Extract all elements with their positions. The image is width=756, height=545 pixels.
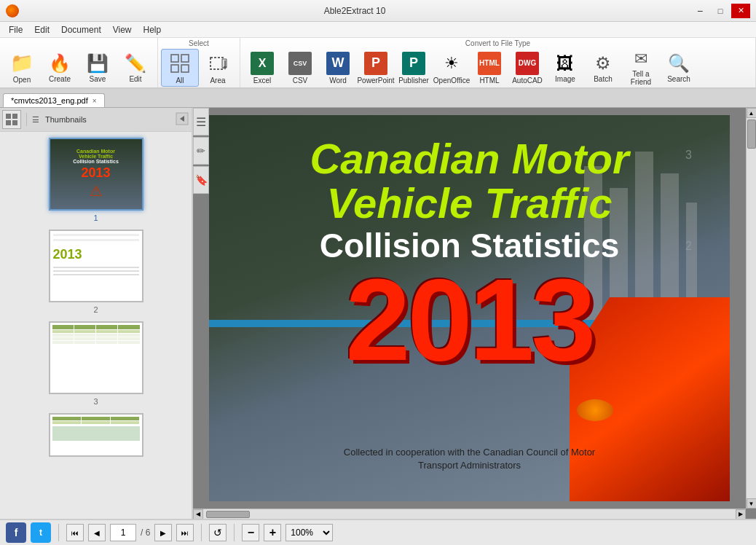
menu-view[interactable]: View <box>107 23 138 36</box>
nav-prev-button[interactable]: ◀ <box>88 524 106 541</box>
autocad-icon: DWG <box>516 52 539 75</box>
menu-help[interactable]: Help <box>138 23 168 36</box>
cover-year: 2013 <box>346 253 594 387</box>
side-tool-3[interactable]: 🔖 <box>193 166 209 194</box>
side-tool-2[interactable]: ✏ <box>193 137 209 165</box>
word-button[interactable]: W Word <box>319 49 357 87</box>
svg-rect-1 <box>181 55 189 62</box>
search-button[interactable]: 🔍 Search <box>660 49 698 87</box>
edit-button[interactable]: ✏️ Edit <box>117 49 154 87</box>
nav-last-button[interactable]: ⏭ <box>176 524 194 541</box>
nav-next-button[interactable]: ▶ <box>154 524 172 541</box>
folder-icon: 📁 <box>10 52 34 74</box>
thumbnail-page-3[interactable]: 3 <box>6 321 186 406</box>
left-panel: ☰ Thumbnails Canadian MotorVehicle Traff… <box>0 108 193 519</box>
tabbar: *cmvtcs2013_eng.pdf × <box>0 89 756 108</box>
hscroll-left-button[interactable]: ◀ <box>193 509 203 519</box>
save-button[interactable]: 💾 Save <box>79 49 117 87</box>
select-label: Select <box>189 39 209 47</box>
cover-subtitle: Collected in cooperation with the Canadi… <box>331 446 608 472</box>
thumbnail-page-2[interactable]: 2013 2 <box>6 230 186 314</box>
nav-first-button[interactable]: ⏮ <box>66 524 84 541</box>
menu-file[interactable]: File <box>3 23 28 36</box>
page-current-input[interactable] <box>110 524 136 541</box>
document-tab[interactable]: *cmvtcs2013_eng.pdf × <box>3 93 105 107</box>
side-tool-1[interactable]: ☰ <box>193 108 209 136</box>
edit-icon: ✏️ <box>125 53 146 74</box>
html-button[interactable]: HTML HTML <box>470 49 508 87</box>
openoffice-button[interactable]: ☀ OpenOffice <box>433 49 470 87</box>
facebook-button[interactable]: f <box>6 522 26 543</box>
excel-icon: X <box>251 52 274 75</box>
close-button[interactable]: ✕ <box>731 4 750 18</box>
cover-title-line1: Canadian Motor <box>245 137 693 181</box>
convert-section: Convert to File Type X Excel CSV CSV W W… <box>240 38 756 87</box>
image-button[interactable]: 🖼 Image <box>546 49 584 87</box>
svg-rect-8 <box>6 114 11 119</box>
powerpoint-button[interactable]: P PowerPoint <box>357 49 395 87</box>
publisher-icon: P <box>402 52 425 75</box>
autocad-button[interactable]: DWG AutoCAD <box>508 49 546 87</box>
titlebar: Able2Extract 10 − □ ✕ <box>0 0 756 22</box>
menu-document[interactable]: Document <box>55 23 107 36</box>
image-icon: 🖼 <box>556 53 574 74</box>
pdf-viewer[interactable]: ▲ ▼ 3 2 <box>193 108 756 519</box>
main-area: ☰ Thumbnails Canadian MotorVehicle Traff… <box>0 108 756 519</box>
thumbnail-list: Canadian MotorVehicle TrafficCollision S… <box>0 132 192 519</box>
thumbnail-page-1[interactable]: Canadian MotorVehicle TrafficCollision S… <box>6 138 186 222</box>
hscroll-thumb[interactable] <box>206 511 250 518</box>
thumbnail-page-4[interactable] <box>6 413 186 457</box>
tab-close-button[interactable]: × <box>92 97 97 105</box>
zoom-select[interactable]: 50% 75% 100% 125% 150% 200% <box>286 524 333 541</box>
hscroll-right-button[interactable]: ▶ <box>736 509 746 519</box>
open-button[interactable]: 📁 Open <box>3 49 41 87</box>
app-icon <box>6 4 19 17</box>
select-section: Select All <box>158 38 240 87</box>
thumb-box-1: Canadian MotorVehicle TrafficCollision S… <box>49 138 143 211</box>
create-icon: 🔥 <box>49 53 71 74</box>
grid-view-icon[interactable] <box>2 110 21 129</box>
menubar: File Edit Document View Help <box>0 22 756 38</box>
svg-rect-0 <box>171 55 178 62</box>
tab-filename: *cmvtcs2013_eng.pdf <box>11 96 88 105</box>
scroll-up-button[interactable]: ▲ <box>747 108 757 118</box>
file-tools-section: 📁 Open 🔥 Create 💾 Save ✏️ Edit <box>0 38 158 87</box>
rotate-button[interactable]: ↺ <box>209 524 227 541</box>
excel-button[interactable]: X Excel <box>243 49 281 87</box>
scroll-thumb[interactable] <box>747 119 756 149</box>
select-all-button[interactable]: All <box>161 49 199 87</box>
openoffice-icon: ☀ <box>440 52 463 75</box>
tell-friend-button[interactable]: ✉ Tell a Friend <box>622 49 660 87</box>
window-title: Able2Extract 10 <box>19 6 690 16</box>
save-icon: 💾 <box>87 53 109 74</box>
batch-button[interactable]: ⚙ Batch <box>584 49 622 87</box>
word-icon: W <box>326 52 350 75</box>
svg-rect-4 <box>210 58 224 69</box>
area-icon <box>206 52 229 75</box>
svg-rect-9 <box>12 114 17 119</box>
scroll-down-button[interactable]: ▼ <box>747 498 757 509</box>
thumb-num-2: 2 <box>93 305 98 314</box>
twitter-button[interactable]: t <box>31 522 51 543</box>
cover-title-line2: Vehicle Traffic <box>245 181 693 226</box>
create-button[interactable]: 🔥 Create <box>41 49 79 87</box>
zoom-in-button[interactable]: + <box>264 524 281 541</box>
area-select-button[interactable]: Area <box>199 49 237 87</box>
maximize-button[interactable]: □ <box>711 4 730 18</box>
vertical-scrollbar[interactable]: ▲ ▼ <box>746 108 756 509</box>
svg-rect-2 <box>171 65 178 72</box>
toolbar: 📁 Open 🔥 Create 💾 Save ✏️ Edit Select <box>0 38 756 89</box>
page-separator: / 6 <box>141 528 150 538</box>
zoom-out-button[interactable]: − <box>242 524 259 541</box>
thumb-box-2: 2013 <box>49 230 143 302</box>
publisher-button[interactable]: P Publisher <box>395 49 433 87</box>
horizontal-scrollbar[interactable]: ◀ ▶ <box>193 509 746 519</box>
html-icon: HTML <box>478 52 501 75</box>
collapse-panel-button[interactable] <box>175 111 189 128</box>
csv-button[interactable]: CSV CSV <box>281 49 319 87</box>
side-tools: ☰ ✏ 🔖 <box>193 108 209 194</box>
minimize-button[interactable]: − <box>690 4 709 18</box>
menu-edit[interactable]: Edit <box>28 23 55 36</box>
panel-toolbar: ☰ Thumbnails <box>0 108 192 132</box>
thumb-num-3: 3 <box>93 397 98 406</box>
